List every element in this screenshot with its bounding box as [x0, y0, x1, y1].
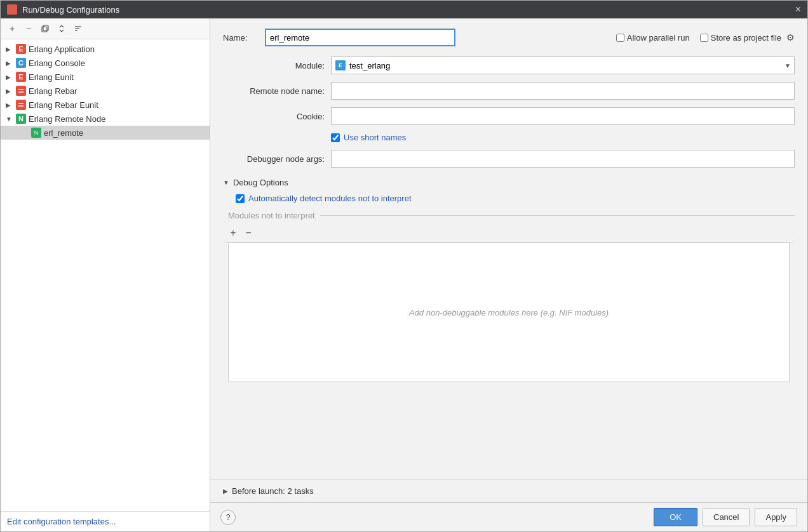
sidebar: + − — [1, 18, 210, 531]
sidebar-item-label: Erlang Console — [29, 58, 85, 68]
erlang-application-icon: E — [16, 44, 26, 54]
use-short-names-label: Use short names — [344, 133, 406, 142]
sidebar-item-label: erl_remote — [44, 128, 83, 138]
dialog-title: Run/Debug Configurations — [22, 5, 790, 15]
store-as-project-file-label: Store as project file — [711, 33, 781, 43]
bottom-actions: OK Cancel Apply — [654, 508, 797, 526]
name-row: Name: Allow parallel run Store as projec… — [223, 29, 795, 46]
allow-parallel-run-checkbox[interactable] — [616, 34, 624, 42]
move-config-button[interactable] — [54, 21, 69, 36]
auto-detect-row: Automatically detect modules not to inte… — [236, 194, 795, 203]
erl-remote-icon: N — [31, 128, 41, 138]
sidebar-item-erlang-application[interactable]: ▶ E Erlang Application — [1, 42, 210, 56]
allow-parallel-run-option: Allow parallel run — [616, 33, 690, 43]
cookie-input[interactable] — [331, 107, 795, 125]
apply-button[interactable]: Apply — [755, 508, 797, 526]
expand-arrow: ▶ — [6, 102, 13, 109]
debug-options-arrow[interactable]: ▼ — [223, 179, 229, 186]
ok-button[interactable]: OK — [654, 508, 697, 526]
modules-add-button[interactable]: + — [227, 227, 239, 239]
debugger-node-args-label: Debugger node args: — [223, 154, 325, 164]
store-as-project-file-option: Store as project file ⚙ — [700, 32, 795, 43]
auto-detect-label: Automatically detect modules not to inte… — [248, 194, 412, 203]
erlang-rebar-icon — [16, 86, 26, 96]
debugger-node-args-input[interactable] — [331, 150, 795, 168]
module-row: Module: E test_erlang ▼ — [223, 57, 795, 74]
debug-options-section-header: ▼ Debug Options — [223, 175, 795, 187]
remote-node-name-label: Remote node name: — [223, 86, 325, 96]
sidebar-item-label: Erlang Application — [29, 44, 95, 54]
expand-arrow: ▶ — [6, 74, 13, 81]
before-launch-section: ▶ Before launch: 2 tasks — [210, 479, 807, 502]
add-config-button[interactable]: + — [4, 21, 20, 36]
erlang-rebar-eunit-icon — [16, 100, 26, 110]
close-button[interactable]: × — [795, 4, 801, 15]
modules-placeholder: Add non-debuggable modules here (e.g. NI… — [409, 308, 609, 317]
cookie-row: Cookie: — [223, 107, 795, 125]
bottom-bar: ? OK Cancel Apply — [210, 502, 807, 531]
remote-node-name-row: Remote node name: — [223, 82, 795, 100]
sidebar-item-label: Erlang Rebar — [29, 86, 77, 96]
name-label: Name: — [223, 33, 255, 43]
run-debug-dialog: Run/Debug Configurations × + − — [0, 0, 808, 532]
sort-config-button[interactable] — [71, 21, 86, 36]
erlang-console-icon: C — [16, 58, 26, 68]
sidebar-footer: Edit configuration templates... — [1, 511, 210, 531]
svg-rect-1 — [43, 25, 48, 30]
remote-node-name-input[interactable] — [331, 82, 795, 100]
modules-not-to-interpret-section: Modules not to interpret + − Add non-deb… — [223, 211, 795, 382]
before-launch-label: Before launch: 2 tasks — [232, 486, 314, 496]
move-icon — [57, 24, 66, 33]
module-select-wrapper: E test_erlang ▼ — [331, 57, 795, 74]
sort-icon — [74, 24, 83, 33]
expand-arrow: ▼ — [6, 116, 13, 123]
svg-rect-0 — [42, 27, 47, 32]
copy-config-button[interactable] — [37, 21, 53, 36]
name-input[interactable] — [265, 29, 455, 46]
title-bar: Run/Debug Configurations × — [1, 1, 807, 18]
cancel-button[interactable]: Cancel — [703, 508, 750, 526]
sidebar-item-erl-remote[interactable]: N erl_remote — [1, 126, 210, 140]
module-icon: E — [335, 60, 346, 70]
edit-templates-link[interactable]: Edit configuration templates... — [7, 517, 116, 526]
expand-arrow: ▶ — [6, 88, 13, 95]
cookie-label: Cookie: — [223, 112, 325, 121]
sidebar-item-label: Erlang Remote Node — [29, 114, 105, 124]
sidebar-item-erlang-rebar[interactable]: ▶ Erlang Rebar — [1, 84, 210, 98]
modules-toolbar: + − — [223, 224, 795, 243]
modules-list: Add non-debuggable modules here (e.g. NI… — [228, 243, 790, 382]
debug-options-title: Debug Options — [233, 178, 288, 187]
module-value: test_erlang — [349, 61, 790, 70]
modules-remove-button[interactable]: − — [242, 227, 255, 239]
dialog-icon — [7, 4, 17, 15]
config-tree: ▶ E Erlang Application ▶ C Erlang Consol… — [1, 39, 210, 511]
sidebar-item-erlang-rebar-eunit[interactable]: ▶ Erlang Rebar Eunit — [1, 98, 210, 112]
gear-icon[interactable]: ⚙ — [786, 32, 795, 43]
expand-arrow: ▶ — [6, 60, 13, 67]
erlang-remote-icon: N — [16, 114, 26, 124]
store-as-project-file-checkbox[interactable] — [700, 34, 708, 42]
sidebar-item-erlang-eunit[interactable]: ▶ E Erlang Eunit — [1, 70, 210, 84]
form-area: Name: Allow parallel run Store as projec… — [210, 18, 807, 479]
expand-arrow: ▶ — [6, 46, 13, 53]
auto-detect-checkbox[interactable] — [236, 194, 245, 203]
module-label: Module: — [223, 61, 325, 70]
sidebar-item-label: Erlang Eunit — [29, 72, 74, 82]
debugger-node-args-row: Debugger node args: — [223, 150, 795, 168]
use-short-names-row: Use short names — [331, 133, 795, 142]
remove-config-button[interactable]: − — [21, 21, 36, 36]
modules-label-row: Modules not to interpret — [223, 211, 795, 220]
erlang-eunit-icon: E — [16, 72, 26, 82]
modules-label-text: Modules not to interpret — [228, 211, 315, 220]
content-area: + − — [1, 18, 807, 531]
sidebar-item-label: Erlang Rebar Eunit — [29, 100, 98, 110]
before-launch-arrow[interactable]: ▶ — [223, 488, 228, 495]
main-panel: Name: Allow parallel run Store as projec… — [210, 18, 807, 531]
sidebar-item-erlang-console[interactable]: ▶ C Erlang Console — [1, 56, 210, 70]
help-button[interactable]: ? — [220, 510, 236, 525]
use-short-names-checkbox[interactable] — [331, 133, 340, 142]
sidebar-toolbar: + − — [1, 18, 210, 39]
modules-label-line — [320, 215, 795, 216]
sidebar-item-erlang-remote-node[interactable]: ▼ N Erlang Remote Node — [1, 112, 210, 126]
allow-parallel-run-label: Allow parallel run — [627, 33, 690, 43]
